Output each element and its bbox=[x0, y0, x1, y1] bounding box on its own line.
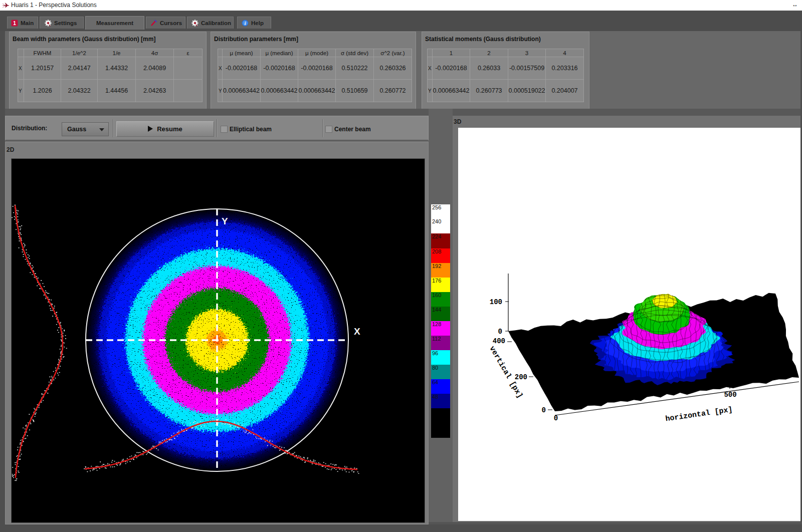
svg-text:1: 1 bbox=[13, 21, 16, 26]
svg-text:0: 0 bbox=[498, 328, 502, 336]
svg-text:100: 100 bbox=[490, 298, 502, 306]
svg-text:0: 0 bbox=[554, 414, 558, 422]
svg-text:500: 500 bbox=[724, 391, 736, 399]
svg-text:Y: Y bbox=[222, 216, 228, 226]
svg-text:0: 0 bbox=[542, 406, 546, 414]
svg-text:200: 200 bbox=[515, 373, 527, 381]
svg-text:X: X bbox=[354, 326, 360, 337]
svg-text:i: i bbox=[245, 21, 246, 26]
svg-text:400: 400 bbox=[493, 337, 505, 345]
